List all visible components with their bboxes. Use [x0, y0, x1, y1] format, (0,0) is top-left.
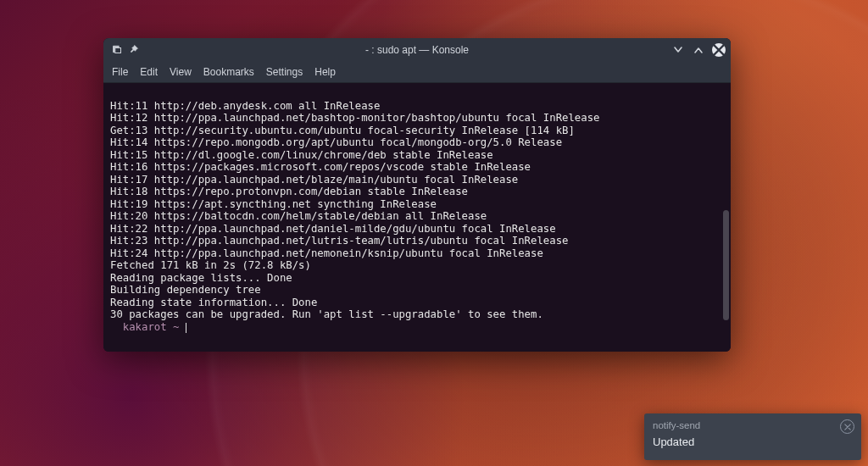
text-cursor: [186, 323, 186, 333]
konsole-window: - : sudo apt — Konsole File Edit View Bo…: [103, 38, 731, 352]
menu-view[interactable]: View: [170, 66, 192, 78]
output-line: Hit:15 http://dl.google.com/linux/chrome…: [110, 149, 493, 161]
notification-title: notify-send: [653, 420, 853, 430]
terminal-output[interactable]: Hit:11 http://deb.anydesk.com all InRele…: [103, 83, 731, 352]
output-line: Building dependency tree: [110, 284, 261, 296]
output-line: Hit:17 http://ppa.launchpad.net/blaze/ma…: [110, 174, 518, 186]
desktop-notification[interactable]: notify-send Updated: [644, 413, 861, 460]
output-line: Hit:24 http://ppa.launchpad.net/nemonein…: [110, 247, 543, 259]
output-line: Hit:14 https://repo.mongodb.org/apt/ubun…: [110, 136, 562, 148]
output-line: Reading package lists... Done: [110, 272, 292, 284]
output-line: Hit:22 http://ppa.launchpad.net/daniel-m…: [110, 223, 556, 235]
menu-settings[interactable]: Settings: [266, 66, 303, 78]
output-line: Hit:23 http://ppa.launchpad.net/lutris-t…: [110, 235, 568, 247]
menu-bar: File Edit View Bookmarks Settings Help: [103, 62, 731, 83]
menu-bookmarks[interactable]: Bookmarks: [203, 66, 254, 78]
minimize-button[interactable]: [671, 43, 685, 57]
prompt-user: kakarot: [123, 321, 167, 333]
prompt: kakarot ~: [110, 321, 186, 333]
scrollbar-thumb[interactable]: [723, 210, 729, 320]
window-title: - : sudo apt — Konsole: [103, 44, 731, 56]
output-line: Reading state information... Done: [110, 297, 317, 308]
new-tab-icon[interactable]: [112, 44, 122, 57]
output-line: Hit:12 http://ppa.launchpad.net/bashtop-…: [110, 112, 599, 124]
notification-body: Updated: [653, 435, 853, 448]
window-titlebar[interactable]: - : sudo apt — Konsole: [103, 38, 731, 62]
window-buttons: [671, 38, 726, 62]
output-line: Hit:20 https://baltocdn.com/helm/stable/…: [110, 210, 487, 222]
maximize-button[interactable]: [692, 43, 705, 57]
output-line: Hit:18 https://repo.protonvpn.com/debian…: [110, 186, 468, 197]
menu-file[interactable]: File: [112, 66, 128, 78]
prompt-sep: ~: [173, 321, 179, 333]
close-button[interactable]: [712, 43, 726, 57]
titlebar-left-icons: [103, 44, 139, 57]
output-line: Hit:11 http://deb.anydesk.com all InRele…: [110, 100, 380, 112]
output-line: 30 packages can be upgraded. Run 'apt li…: [110, 308, 543, 320]
output-line: Get:13 http://security.ubuntu.com/ubuntu…: [110, 125, 575, 136]
output-line: Hit:16 https://packages.microsoft.com/re…: [110, 161, 531, 173]
notification-close-button[interactable]: [840, 419, 854, 434]
output-line: Fetched 171 kB in 2s (72.8 kB/s): [110, 259, 311, 271]
menu-edit[interactable]: Edit: [140, 66, 158, 78]
output-line: Hit:19 https://apt.syncthing.net syncthi…: [110, 198, 437, 210]
pin-icon[interactable]: [129, 44, 139, 57]
menu-help[interactable]: Help: [314, 66, 336, 78]
